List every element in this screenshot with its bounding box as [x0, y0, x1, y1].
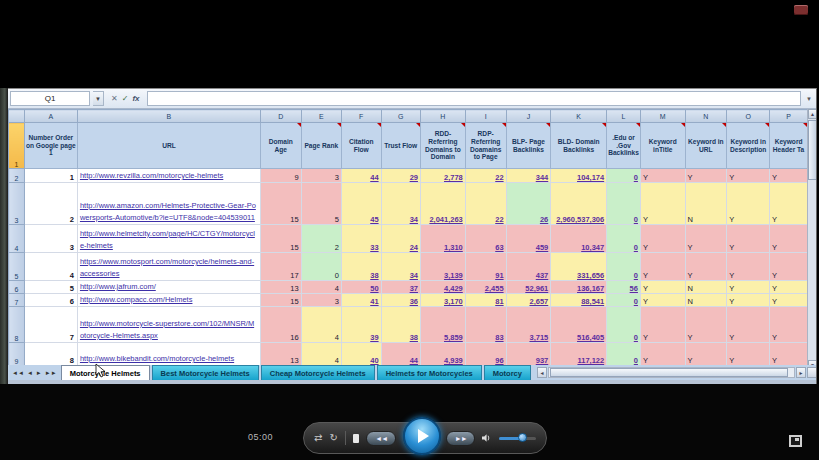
cell-L3[interactable]: 0	[607, 183, 641, 225]
cell-M2[interactable]: Y	[640, 169, 685, 183]
sheet-tab-motorcy[interactable]: Motorcy	[484, 365, 531, 380]
column-header-F[interactable]: F	[341, 110, 381, 123]
cell-J2[interactable]: 344	[506, 169, 551, 183]
cell-F6[interactable]: 50	[341, 281, 381, 294]
header-cell-J1[interactable]: BLP- Page Backlinks	[506, 123, 551, 169]
cell-O3[interactable]: Y	[727, 183, 770, 225]
cell-I7[interactable]: 81	[465, 294, 506, 307]
cell-B3[interactable]: http://www.amazon.com/Helmets-Protective…	[77, 183, 260, 225]
cell-L8[interactable]: 0	[607, 307, 641, 343]
cell-D9[interactable]: 13	[260, 343, 301, 366]
header-cell-K1[interactable]: BLD- Domain Backlinks	[551, 123, 607, 169]
cell-P8[interactable]: Y	[770, 307, 808, 343]
cell-O5[interactable]: Y	[727, 253, 770, 281]
cell-E2[interactable]: 3	[301, 169, 341, 183]
cell-A6[interactable]: 5	[24, 281, 77, 294]
header-cell-F1[interactable]: Citation Flow	[341, 123, 381, 169]
url-link[interactable]: http://www.bikebandit.com/motorcycle-hel…	[80, 354, 234, 363]
header-cell-G1[interactable]: Trust Flow	[381, 123, 420, 169]
enter-icon[interactable]: ✓	[122, 94, 129, 103]
cell-L5[interactable]: 0	[607, 253, 641, 281]
cell-F9[interactable]: 40	[341, 343, 381, 366]
vertical-scrollbar[interactable]: ▲ ▼	[807, 109, 816, 370]
volume-slider[interactable]	[499, 432, 536, 444]
url-link[interactable]: http://www.motorcycle-superstore.com/102…	[80, 319, 254, 340]
header-cell-I1[interactable]: RDP- Referring Doamains to Page	[465, 123, 506, 169]
column-header-N[interactable]: N	[685, 110, 727, 123]
rewind-button[interactable]: ◄◄	[366, 431, 396, 446]
cell-A7[interactable]: 6	[24, 294, 77, 307]
cell-P6[interactable]: Y	[770, 281, 808, 294]
select-all-corner[interactable]	[9, 110, 25, 123]
cell-K2[interactable]: 104,174	[551, 169, 607, 183]
url-link[interactable]: http://www.compacc.com/Helmets	[80, 295, 193, 304]
cell-F2[interactable]: 44	[341, 169, 381, 183]
cell-J9[interactable]: 937	[506, 343, 551, 366]
header-cell-B1[interactable]: URL	[77, 123, 260, 169]
cell-J7[interactable]: 2,657	[506, 294, 551, 307]
cell-K5[interactable]: 331,656	[551, 253, 607, 281]
column-header-B[interactable]: B	[77, 110, 260, 123]
url-link[interactable]: http://www.jafrum.com/	[80, 282, 156, 291]
cell-J6[interactable]: 52,961	[506, 281, 551, 294]
cell-M9[interactable]: Y	[640, 343, 685, 366]
header-cell-L1[interactable]: .Edu or .Gov Backlinks	[607, 123, 641, 169]
cell-E5[interactable]: 0	[301, 253, 341, 281]
cell-H8[interactable]: 5,859	[420, 307, 465, 343]
cell-G2[interactable]: 29	[381, 169, 420, 183]
cell-P5[interactable]: Y	[770, 253, 808, 281]
cell-K6[interactable]: 136,167	[551, 281, 607, 294]
cell-B2[interactable]: http://www.revzilla.com/motorcycle-helme…	[77, 169, 260, 183]
cell-P7[interactable]: Y	[770, 294, 808, 307]
cell-E6[interactable]: 4	[301, 281, 341, 294]
cell-H5[interactable]: 3,139	[420, 253, 465, 281]
cell-G6[interactable]: 37	[381, 281, 420, 294]
header-cell-E1[interactable]: Page Rank	[301, 123, 341, 169]
column-header-D[interactable]: D	[260, 110, 301, 123]
formula-bar-expand-icon[interactable]: ▼	[804, 91, 814, 106]
cell-M5[interactable]: Y	[640, 253, 685, 281]
hscroll-left-icon[interactable]: ◄	[537, 367, 547, 378]
header-cell-H1[interactable]: RDD- Referring Domains to Domain	[420, 123, 465, 169]
name-box[interactable]: Q1	[10, 91, 90, 106]
repeat-icon[interactable]: ↻	[329, 433, 337, 443]
cell-H3[interactable]: 2,041,263	[420, 183, 465, 225]
url-link[interactable]: http://www.revzilla.com/motorcycle-helme…	[80, 171, 223, 180]
cell-I5[interactable]: 91	[465, 253, 506, 281]
cell-M7[interactable]: Y	[640, 294, 685, 307]
cell-K4[interactable]: 10,347	[551, 225, 607, 253]
row-header-6[interactable]: 6	[9, 281, 25, 294]
sheet-tab-helmets-for-motorcycles[interactable]: Helmets for Motorcycles	[377, 365, 482, 380]
cell-I9[interactable]: 96	[465, 343, 506, 366]
volume-thumb[interactable]	[518, 433, 527, 442]
row-header-7[interactable]: 7	[9, 294, 25, 307]
hscroll-right-icon[interactable]: ►	[796, 367, 806, 378]
cell-A8[interactable]: 7	[24, 307, 77, 343]
cell-O4[interactable]: Y	[727, 225, 770, 253]
column-header-O[interactable]: O	[727, 110, 770, 123]
cell-I6[interactable]: 2,455	[465, 281, 506, 294]
cell-J4[interactable]: 459	[506, 225, 551, 253]
column-header-K[interactable]: K	[551, 110, 607, 123]
row-header-9[interactable]: 9	[9, 343, 25, 366]
stop-button[interactable]	[353, 434, 360, 443]
cell-G3[interactable]: 34	[381, 183, 420, 225]
prev-sheet-icon[interactable]: ◄	[27, 370, 33, 376]
row-header-5[interactable]: 5	[9, 253, 25, 281]
split-handle[interactable]	[807, 367, 817, 378]
cell-I8[interactable]: 83	[465, 307, 506, 343]
cell-F3[interactable]: 45	[341, 183, 381, 225]
cell-F5[interactable]: 38	[341, 253, 381, 281]
column-header-J[interactable]: J	[506, 110, 551, 123]
cell-D5[interactable]: 17	[260, 253, 301, 281]
cell-O8[interactable]: Y	[727, 307, 770, 343]
cell-B5[interactable]: https://www.motosport.com/motorcycle/hel…	[77, 253, 260, 281]
row-header-4[interactable]: 4	[9, 225, 25, 253]
cell-H9[interactable]: 4,939	[420, 343, 465, 366]
restore-window-icon[interactable]	[789, 435, 802, 447]
sheet-tab-best-motorcycle-helmets[interactable]: Best Motorcycle Helmets	[152, 365, 259, 380]
cell-M3[interactable]: Y	[640, 183, 685, 225]
cell-G5[interactable]: 34	[381, 253, 420, 281]
horizontal-scroll-thumb[interactable]	[550, 368, 788, 377]
cell-D8[interactable]: 16	[260, 307, 301, 343]
